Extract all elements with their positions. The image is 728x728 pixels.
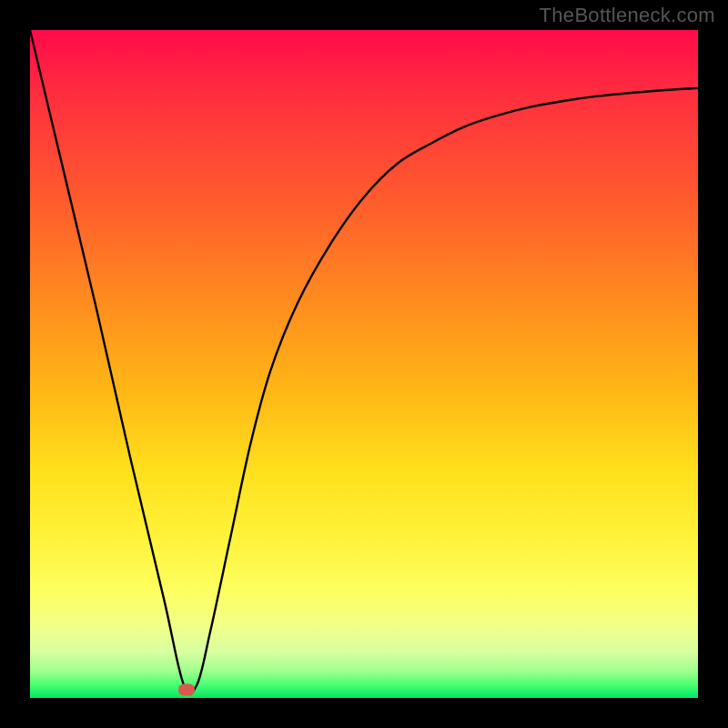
bottleneck-curve bbox=[30, 30, 698, 698]
optimal-point-marker bbox=[178, 684, 195, 696]
watermark-text: TheBottleneck.com bbox=[540, 4, 715, 27]
chart-frame: TheBottleneck.com bbox=[0, 0, 728, 728]
plot-area bbox=[30, 30, 698, 698]
